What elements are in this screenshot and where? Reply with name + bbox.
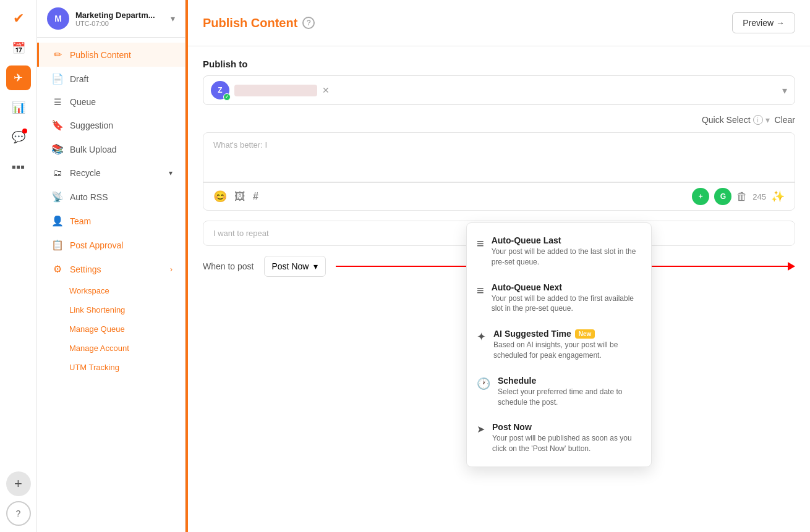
char-count: 245 [752, 192, 766, 201]
sidebar-item-suggestion[interactable]: 🔖 Suggestion [37, 113, 185, 137]
sidebar-item-queue[interactable]: ☰ Queue [37, 91, 185, 113]
page-title-text: Publish Content [203, 16, 297, 30]
remove-account-button[interactable]: ✕ [322, 85, 330, 95]
sidebar-item-bulk[interactable]: 📚 Bulk Upload [37, 137, 185, 161]
sidebar-item-publish[interactable]: ✏ Publish Content [37, 43, 185, 67]
quick-select-label: Quick Select i ▾ [702, 115, 770, 125]
sidebar-item-postapproval[interactable]: 📋 Post Approval [37, 233, 185, 257]
sidebar-item-recycle-label: Recycle [70, 168, 101, 178]
sidebar-item-link-shortening[interactable]: Link Shortening [37, 300, 185, 319]
publish-to-chevron-icon[interactable]: ▾ [782, 85, 787, 96]
account-switcher[interactable]: M Marketing Departm... UTC-07:00 ▾ [47, 7, 175, 30]
publish-to-row: Z ✓ ████████ ✕ ▾ [203, 75, 795, 105]
icon-bar: ✔ 📅 ✈ 📊 💬 ▪▪▪ + ? [0, 0, 37, 532]
schedule-title: Schedule [498, 376, 641, 386]
ai-suggested-desc: Based on AI insights, your post will be … [493, 340, 641, 361]
avatar: M [47, 7, 69, 30]
sidebar-item-draft[interactable]: 📄 Draft [37, 67, 185, 91]
sidebar-item-recycle[interactable]: 🗂 Recycle ▾ [37, 161, 185, 185]
schedule-icon: 🕐 [477, 377, 490, 391]
add-icon[interactable]: + [692, 188, 709, 205]
sidebar-item-bulk-label: Bulk Upload [70, 145, 117, 154]
preview-button[interactable]: Preview → [732, 12, 795, 33]
icon-bar-calendar[interactable]: 📅 [6, 36, 31, 61]
dropdown-item-schedule[interactable]: 🕐 Schedule Select your preferred time an… [467, 368, 651, 415]
icon-bar-help[interactable]: ? [6, 501, 31, 526]
sidebar-item-manage-queue[interactable]: Manage Queue [37, 319, 185, 339]
sidebar-item-utm-tracking[interactable]: UTM Tracking [37, 358, 185, 377]
sidebar-item-queue-label: Queue [70, 97, 96, 107]
sidebar: M Marketing Departm... UTC-07:00 ▾ ✏ Pub… [37, 0, 185, 532]
sidebar-item-postapproval-label: Post Approval [70, 240, 123, 250]
dropdown-item-post-now[interactable]: ➤ Post Now Your post will be published a… [467, 415, 651, 462]
clear-button[interactable]: Clear [775, 115, 795, 125]
new-badge: New [575, 329, 595, 339]
content-placeholder[interactable]: What's better: I [203, 133, 795, 182]
icon-bar-analytics[interactable]: 📊 [6, 95, 31, 120]
sidebar-item-manage-account[interactable]: Manage Account [37, 339, 185, 358]
icon-bar-add[interactable]: + [6, 471, 31, 496]
magic-wand-icon[interactable]: ✨ [771, 190, 785, 203]
post-now-title: Post Now [492, 422, 641, 432]
content-toolbar: 😊 🖼 # + G 🗑 245 ✨ [203, 182, 795, 210]
settings-chevron-icon: › [170, 265, 173, 274]
schedule-desc: Select your preferred time and date to s… [498, 387, 641, 408]
ai-suggested-icon: ✦ [477, 330, 486, 344]
emoji-icon[interactable]: 😊 [213, 190, 227, 203]
delete-icon[interactable]: 🗑 [736, 190, 748, 203]
main-body: Publish to Z ✓ ████████ ✕ ▾ Quick Select… [188, 46, 810, 532]
grammarly-icon[interactable]: G [714, 188, 731, 205]
dropdown-item-ai-suggested[interactable]: ✦ AI Suggested Time New Based on AI insi… [467, 321, 651, 368]
hashtag-icon[interactable]: # [253, 191, 258, 202]
dropdown-item-auto-queue-next[interactable]: ≡ Auto-Queue Next Your post will be adde… [467, 275, 651, 322]
sidebar-item-autorss-label: Auto RSS [70, 192, 108, 202]
quick-select-chevron-icon: ▾ [765, 115, 770, 125]
social-verified-badge: ✓ [223, 93, 231, 101]
page-title: Publish Content ? [203, 16, 315, 30]
red-arrow-head [788, 262, 795, 271]
settings-icon: ⚙ [51, 263, 64, 275]
chevron-down-icon: ▾ [171, 14, 175, 23]
sidebar-item-settings[interactable]: ⚙ Settings › [37, 257, 185, 281]
sidebar-item-workspace[interactable]: Workspace [37, 281, 185, 300]
auto-queue-last-title: Auto-Queue Last [492, 235, 641, 245]
sidebar-item-draft-label: Draft [70, 74, 88, 84]
autorss-icon: 📡 [51, 191, 64, 203]
sidebar-nav: ✏ Publish Content 📄 Draft ☰ Queue 🔖 Sugg… [37, 38, 185, 532]
content-editor: What's better: I 😊 🖼 # + G 🗑 245 ✨ [203, 132, 795, 211]
post-now-icon: ➤ [477, 423, 485, 435]
sidebar-item-team[interactable]: 👤 Team [37, 209, 185, 233]
account-timezone: UTC-07:00 [75, 20, 164, 27]
sidebar-item-autorss[interactable]: 📡 Auto RSS [37, 185, 185, 209]
publish-icon: ✏ [51, 49, 64, 61]
icon-bar-bars[interactable]: ▪▪▪ [6, 154, 31, 179]
quick-select-row: Quick Select i ▾ Clear [203, 115, 795, 125]
auto-queue-next-icon: ≡ [477, 284, 484, 298]
suggestion-icon: 🔖 [51, 119, 64, 131]
sidebar-item-team-label: Team [70, 216, 91, 226]
draft-icon: 📄 [51, 73, 64, 85]
help-icon[interactable]: ? [302, 17, 315, 29]
quick-select-text: Quick Select [702, 115, 751, 125]
post-now-chevron-icon: ▾ [313, 261, 318, 271]
recycle-icon: 🗂 [51, 167, 64, 179]
auto-queue-next-title: Auto-Queue Next [492, 282, 641, 292]
image-upload-icon[interactable]: 🖼 [234, 190, 245, 203]
when-to-post-label: When to post [203, 261, 254, 271]
when-to-post-select[interactable]: Post Now ▾ [264, 256, 326, 277]
queue-icon: ☰ [51, 97, 64, 107]
main-content: Publish Content ? Preview → Publish to Z… [188, 0, 810, 532]
sidebar-item-settings-label: Settings [70, 264, 101, 274]
social-account-avatar: Z ✓ [211, 81, 229, 99]
ai-suggested-title: AI Suggested Time New [493, 329, 641, 339]
auto-queue-last-icon: ≡ [477, 237, 484, 251]
icon-bar-logo[interactable]: ✔ [6, 6, 31, 31]
post-now-value: Post Now [272, 261, 309, 271]
account-name: Marketing Departm... [75, 11, 164, 20]
dropdown-item-auto-queue-last[interactable]: ≡ Auto-Queue Last Your post will be adde… [467, 228, 651, 275]
icon-bar-send[interactable]: ✈ [6, 65, 31, 90]
postapproval-icon: 📋 [51, 239, 64, 251]
main-header: Publish Content ? Preview → [188, 0, 810, 46]
post-now-desc: Your post will be published as soon as y… [492, 433, 641, 454]
icon-bar-chat[interactable]: 💬 [6, 125, 31, 150]
